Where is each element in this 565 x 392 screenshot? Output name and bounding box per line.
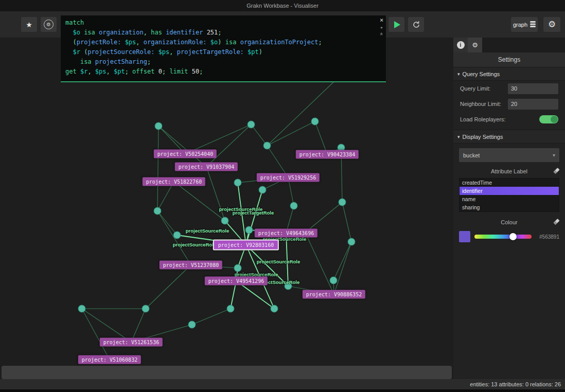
attribute-option[interactable]: createdTime — [460, 179, 559, 187]
attribute-label-header: Attribute Label — [453, 165, 565, 177]
relation-node[interactable] — [245, 226, 253, 234]
horizontal-scrollbar[interactable] — [2, 366, 452, 379]
preferences-button[interactable]: ⚙ — [543, 17, 560, 32]
project-node-label[interactable]: project: V51822760 — [143, 177, 205, 186]
graph-edge — [174, 182, 225, 221]
graph-edge — [82, 309, 110, 360]
relation-node[interactable] — [154, 207, 161, 215]
info-tab-button[interactable]: i — [453, 38, 468, 52]
project-node-label[interactable]: project: V91037904 — [175, 163, 238, 171]
graph-edge — [192, 309, 231, 325]
gear-icon: ⚙ — [548, 19, 556, 30]
attribute-option[interactable]: sharing — [460, 203, 559, 211]
load-roleplayers-row: Load Roleplayers: — [453, 112, 565, 127]
star-icon-small[interactable]: ★ — [380, 25, 383, 30]
colour-hex: #563891 — [536, 234, 559, 240]
play-icon — [394, 21, 400, 28]
relation-node[interactable] — [263, 142, 271, 149]
graph-edge — [157, 182, 174, 211]
close-icon[interactable]: × — [380, 17, 383, 23]
bottom-edge — [0, 389, 565, 392]
attribute-list: createdTimeidentifiernamesharing — [459, 178, 559, 212]
attribute-option[interactable]: name — [460, 195, 559, 203]
relation-node[interactable] — [173, 231, 181, 239]
types-panel-button[interactable]: ⚙ — [41, 17, 57, 32]
relation-node[interactable] — [339, 199, 346, 206]
relation-node[interactable] — [142, 305, 149, 312]
colour-bucket-dropdown[interactable]: bucket ▾ — [459, 148, 559, 162]
attribute-label-title: Attribute Label — [491, 168, 527, 174]
relation-node[interactable] — [248, 121, 255, 128]
database-icon — [530, 21, 536, 28]
neighbour-limit-input[interactable] — [508, 99, 558, 110]
relation-node[interactable] — [259, 186, 266, 193]
hue-slider[interactable] — [474, 235, 532, 239]
relation-node[interactable] — [188, 321, 196, 328]
query-settings-header[interactable]: ▾ Query Settings — [453, 67, 565, 81]
graph-edge — [157, 211, 191, 265]
graph-edge — [157, 126, 158, 211]
colour-swatch[interactable] — [459, 231, 470, 242]
project-node-label[interactable]: project: V51261536 — [100, 338, 163, 347]
neighbour-limit-row: Neighbour Limit: — [453, 96, 565, 112]
clear-attribute-button[interactable] — [553, 167, 560, 176]
run-query-button[interactable] — [389, 17, 404, 32]
eraser-icon — [553, 167, 560, 174]
query-limit-input[interactable] — [508, 83, 558, 94]
relation-node[interactable] — [234, 264, 241, 272]
settings-tab-button[interactable]: ⚙ — [468, 38, 482, 52]
keyspace-label: graph — [513, 22, 527, 28]
query-text[interactable]: match $o isa organization, has identifie… — [65, 18, 377, 77]
graph-edge — [342, 202, 351, 242]
gear-icon: ⚙ — [472, 41, 478, 49]
relation-node[interactable] — [155, 122, 162, 130]
query-limit-row: Query Limit: — [453, 81, 565, 96]
project-node-label-selected[interactable]: project: V92803160 — [213, 240, 279, 251]
project-node-label[interactable]: project: V49643696 — [255, 229, 317, 238]
relation-node[interactable] — [271, 305, 278, 312]
relation-node[interactable] — [285, 282, 292, 290]
info-icon: i — [457, 41, 465, 49]
graph-edge — [334, 242, 351, 294]
graph-edge — [315, 121, 327, 154]
relation-node[interactable] — [311, 118, 319, 125]
graph-edge — [157, 211, 177, 235]
project-node-label[interactable]: project: V90886352 — [303, 290, 365, 299]
load-roleplayers-toggle[interactable] — [539, 115, 558, 123]
graph-edge — [251, 124, 267, 146]
relation-node[interactable] — [290, 202, 297, 209]
relation-node[interactable] — [221, 217, 228, 224]
project-node-label[interactable]: project: V49541296 — [205, 277, 268, 286]
chevron-down-icon: ▾ — [457, 72, 460, 77]
graph-edge — [206, 124, 251, 167]
clear-colour-button[interactable] — [553, 218, 560, 227]
display-settings-header[interactable]: ▾ Display Settings — [453, 130, 565, 144]
attribute-option[interactable]: identifier — [460, 187, 559, 195]
project-node-label[interactable]: project: V90423384 — [296, 150, 359, 159]
refresh-button[interactable] — [408, 17, 424, 32]
relation-node[interactable] — [227, 305, 234, 312]
keyspace-selector-button[interactable]: graph — [511, 17, 538, 32]
favorite-queries-button[interactable]: ★ — [21, 17, 37, 32]
editor-controls: × ★ « — [378, 17, 385, 37]
graph-edge — [333, 242, 351, 280]
project-node-label[interactable]: project: V51237080 — [160, 261, 222, 270]
colour-picker-row: #563891 — [453, 228, 565, 242]
collapse-up-icon[interactable]: « — [379, 32, 384, 36]
star-icon: ★ — [26, 21, 32, 29]
relation-node[interactable] — [330, 277, 337, 284]
project-node-label[interactable]: project: V51060832 — [78, 355, 141, 364]
graph-edge — [286, 233, 288, 286]
dropdown-value: bucket — [463, 152, 480, 158]
graph-edge — [146, 265, 191, 309]
relation-node[interactable] — [234, 179, 241, 186]
graph-edge — [305, 233, 334, 294]
relation-node[interactable] — [348, 238, 355, 245]
window-title: Grakn Workbase - Visualiser — [246, 3, 319, 9]
project-node-label[interactable]: project: V51929256 — [257, 173, 320, 182]
project-node-label[interactable]: project: V50254040 — [154, 150, 217, 158]
query-settings-label: Query Settings — [463, 71, 500, 77]
hue-knob[interactable] — [509, 233, 517, 240]
query-editor[interactable]: match $o isa organization, has identifie… — [61, 15, 386, 82]
relation-node[interactable] — [78, 305, 85, 312]
